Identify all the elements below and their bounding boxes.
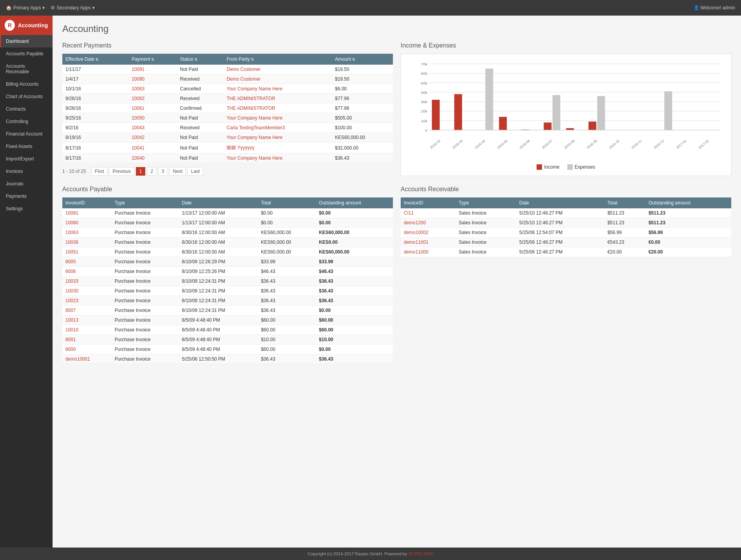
table-row: 8001 Purchase Invoice 8/5/09 4:48:40 PM …	[62, 335, 393, 345]
invoice-link[interactable]: 10013	[65, 317, 78, 323]
ap-col-outstanding: Outstanding amount	[316, 197, 393, 208]
payment-amount: $505.00	[332, 113, 393, 123]
sidebar-item-controlling[interactable]: Controlling	[0, 115, 53, 128]
party-link[interactable]: THE ADMINISTRATOR	[227, 96, 275, 101]
page-1-btn[interactable]: 1	[136, 167, 146, 176]
payment-link[interactable]: 10062	[132, 96, 144, 101]
sidebar-item-billing-accounts[interactable]: Billing Accounts	[0, 78, 53, 90]
invoice-link[interactable]: 10063	[65, 230, 78, 235]
invoice-link[interactable]: 10051	[65, 249, 78, 255]
party-link[interactable]: Carla TestingTeamMember3	[227, 125, 285, 130]
sidebar-item-accounts-receivable[interactable]: Accounts Receivable	[0, 60, 53, 78]
sidebar-item-fixed-assets[interactable]: Fixed Assets	[0, 140, 53, 153]
ap-total: $46.43	[258, 267, 316, 276]
ap-type: Purchase Invoice	[112, 208, 179, 218]
invoice-link[interactable]: 10036	[65, 239, 78, 245]
sidebar-item-accounts-payable[interactable]: Accounts Payable	[0, 48, 53, 60]
payment-link[interactable]: 10040	[132, 155, 144, 161]
page-3-btn[interactable]: 3	[158, 167, 168, 176]
ap-outstanding: $0.00	[316, 218, 393, 228]
ap-date: 1/13/17 12:00:00 AM	[179, 218, 258, 228]
invoice-link[interactable]: CI11	[404, 210, 414, 216]
col-status[interactable]: Status	[177, 54, 224, 65]
invoice-link[interactable]: demo11000	[404, 249, 428, 255]
payment-link[interactable]: 10043	[132, 125, 144, 130]
invoice-link[interactable]: demo10002	[404, 230, 428, 235]
sidebar-item-contracts[interactable]: Contracts	[0, 103, 53, 115]
ap-type: Purchase Invoice	[112, 286, 179, 296]
sidebar-item-payments[interactable]: Payments	[0, 190, 53, 203]
payment-link[interactable]: 10091	[132, 67, 144, 72]
party-link[interactable]: Your Company Name Here	[227, 155, 283, 161]
ap-col-date: Date	[179, 197, 258, 208]
party-link[interactable]: Your Company Name Here	[227, 135, 283, 140]
payment-date: 8/19/16	[62, 133, 128, 143]
invoice-link[interactable]: demo11001	[404, 239, 428, 245]
payment-amount: $77.96	[332, 104, 393, 113]
main-content: Accounting Recent Payments Effective Dat…	[53, 16, 741, 548]
table-row: 10030 Purchase Invoice 8/10/09 12:24:31 …	[62, 286, 393, 296]
col-amount[interactable]: Amount	[332, 54, 393, 65]
ap-outstanding: $36.43	[316, 354, 393, 364]
party-link[interactable]: THE ADMINISTRATOR	[227, 106, 275, 111]
ar-date: 5/25/06 12:46:27 PM	[516, 238, 604, 247]
col-payment[interactable]: Payment	[128, 54, 177, 65]
ar-outstanding: $56.99	[645, 228, 731, 238]
invoice-id: 8005	[65, 259, 76, 264]
ap-type: Purchase Invoice	[112, 345, 179, 354]
sidebar-item-invoices[interactable]: Invoices	[0, 165, 53, 178]
payment-link[interactable]: 10050	[132, 115, 144, 121]
svg-rect-18	[499, 117, 507, 130]
prev-page-btn[interactable]: Previous	[109, 167, 134, 176]
ap-total: $36.43	[258, 296, 316, 306]
first-page-btn[interactable]: First	[92, 167, 107, 176]
payment-link[interactable]: 10042	[132, 135, 144, 140]
chart-legend: Income Expenses	[407, 164, 725, 170]
svg-rect-24	[553, 95, 560, 130]
sidebar-item-chart-of-accounts[interactable]: Chart of Accounts	[0, 90, 53, 103]
party-link[interactable]: 聽聽 Yyyyyyy	[227, 145, 254, 150]
svg-text:50k: 50k	[421, 81, 428, 85]
payment-link[interactable]: 10061	[132, 106, 144, 111]
last-page-btn[interactable]: Last	[187, 167, 203, 176]
invoice-link[interactable]: 10033	[65, 278, 78, 284]
payment-amount: $6.00	[332, 84, 393, 94]
secondary-apps-menu[interactable]: ⚙ Secondary Apps ▾	[51, 5, 94, 11]
ap-total: $33.99	[258, 257, 316, 267]
sidebar-item-financial-account[interactable]: Financial Account	[0, 128, 53, 140]
invoice-link[interactable]: demo10001	[65, 356, 90, 362]
sidebar-item-settings[interactable]: Settings	[0, 203, 53, 215]
col-effective-date[interactable]: Effective Date	[62, 54, 128, 65]
payment-link[interactable]: 10041	[132, 145, 144, 151]
svg-rect-16	[432, 100, 440, 130]
party-link[interactable]: Your Company Name Here	[227, 86, 283, 92]
table-row: demo11001 Sales Invoice 5/25/06 12:46:27…	[401, 238, 731, 247]
sidebar-item-journals[interactable]: Journals	[0, 178, 53, 190]
payment-id: 10041	[128, 143, 177, 153]
chart-container: 010k20k30k40k50k60k70k2016-022016-032016…	[401, 54, 731, 176]
sidebar-item-dashboard[interactable]: Dashboard	[0, 35, 53, 48]
ar-type: Sales Invoice	[456, 208, 516, 218]
col-from-party[interactable]: From Party	[224, 54, 332, 65]
invoice-link[interactable]: 10023	[65, 298, 78, 303]
party-link[interactable]: Demo Customer	[227, 76, 260, 82]
primary-apps-menu[interactable]: 🏠 Primary Apps ▾	[6, 5, 45, 11]
party-link[interactable]: Your Company Name Here	[227, 115, 283, 121]
invoice-link[interactable]: demo1200	[404, 220, 426, 225]
payment-party: Your Company Name Here	[224, 84, 332, 94]
ar-type: Sales Invoice	[456, 228, 516, 238]
invoice-link[interactable]: 10080	[65, 220, 78, 225]
svg-rect-25	[597, 96, 605, 130]
payment-link[interactable]: 10080	[132, 76, 144, 82]
sidebar-item-import-export[interactable]: Import/Export	[0, 153, 53, 165]
invoice-link[interactable]: 10010	[65, 327, 78, 333]
ar-outstanding: €0.00	[645, 238, 731, 247]
next-page-btn[interactable]: Next	[169, 167, 186, 176]
party-link[interactable]: Demo Customer	[227, 67, 260, 72]
invoice-link[interactable]: 10030	[65, 288, 78, 294]
invoice-link[interactable]: 10081	[65, 210, 78, 216]
page-2-btn[interactable]: 2	[147, 167, 157, 176]
payment-link[interactable]: 10063	[132, 86, 144, 92]
primary-apps-chevron: ▾	[42, 5, 45, 11]
table-row: 10013 Purchase Invoice 8/5/09 4:48:40 PM…	[62, 315, 393, 325]
